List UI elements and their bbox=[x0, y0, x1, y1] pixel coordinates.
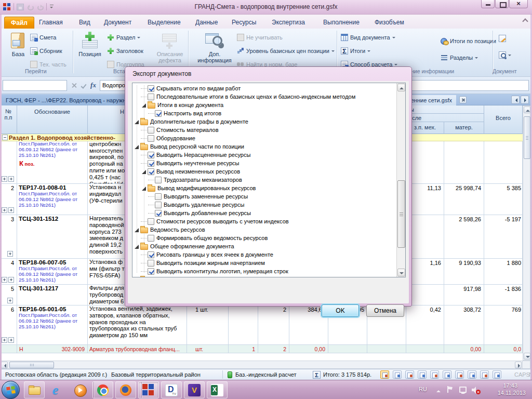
tree-checkbox-item[interactable]: Формировать общую ведомость ресурсов bbox=[132, 234, 396, 242]
tree-checkbox-item[interactable]: Скрывать итоги по видам работ bbox=[132, 84, 396, 92]
tab-Выполнение[interactable]: Выполнение bbox=[317, 17, 366, 29]
table-row[interactable]: 6ТЕР16-05-001-05Пост.Правит.Рост.обл. от… bbox=[0, 305, 523, 345]
tree-checkbox-item[interactable]: Оборудование bbox=[132, 134, 396, 142]
redo-icon[interactable] bbox=[36, 4, 44, 10]
taskbar-dtv-app-button[interactable] bbox=[161, 381, 182, 398]
view-6-icon[interactable] bbox=[443, 370, 451, 379]
scroll-up-icon[interactable] bbox=[524, 107, 530, 113]
scroll-down-icon[interactable] bbox=[397, 269, 405, 276]
tab-Документ[interactable]: Документ bbox=[98, 17, 138, 29]
scroll-left-icon[interactable] bbox=[1, 362, 8, 368]
tree-checkbox-item[interactable]: Выводить замененные ресурсы bbox=[132, 192, 396, 201]
view-1-icon[interactable] bbox=[380, 370, 389, 379]
tree-expander-icon[interactable] bbox=[134, 227, 140, 233]
tree-checkbox-item[interactable]: Рисовать границы у всех ячеек в документ… bbox=[132, 250, 396, 259]
close-button[interactable] bbox=[509, 0, 528, 8]
tab-Экспертиза[interactable]: Экспертиза bbox=[265, 17, 311, 29]
vertical-scrollbar[interactable] bbox=[523, 105, 530, 361]
tree-checkbox-item[interactable]: Выводить неучтенные ресурсы bbox=[132, 159, 396, 167]
tab-Физобъем[interactable]: Физобъем bbox=[368, 17, 410, 29]
taskbar-vector-app-button[interactable] bbox=[184, 381, 205, 398]
maximize-button[interactable] bbox=[495, 0, 509, 8]
clock-date[interactable]: 14.11.2013 bbox=[498, 390, 526, 396]
tab-Главная[interactable]: Главная bbox=[33, 17, 69, 29]
taskbar-excel-button[interactable] bbox=[207, 381, 228, 398]
taskbar-chrome-button[interactable] bbox=[92, 381, 113, 398]
scroll-down-icon[interactable] bbox=[524, 353, 530, 360]
tray-expand-icon[interactable] bbox=[436, 388, 441, 392]
collapse-section-icon[interactable] bbox=[2, 135, 8, 140]
cancel-button[interactable]: Отмена bbox=[366, 304, 404, 317]
confirm-icon[interactable] bbox=[79, 81, 88, 90]
scroll-right-icon[interactable] bbox=[515, 362, 522, 368]
view-5-icon[interactable] bbox=[430, 370, 439, 379]
horizontal-scrollbar[interactable] bbox=[0, 361, 523, 369]
checkbox-checked[interactable] bbox=[148, 160, 154, 167]
expand-resources-icon[interactable] bbox=[2, 337, 7, 343]
undo-icon[interactable] bbox=[26, 4, 34, 10]
resource-row[interactable]: Н302-9009Арматура трубопроводная фланц..… bbox=[0, 345, 523, 353]
tree-expander-icon[interactable] bbox=[134, 143, 140, 150]
tree-folder-item[interactable]: Ведомость ресурсов bbox=[132, 225, 396, 234]
checkbox-unchecked[interactable] bbox=[148, 135, 154, 142]
clock-time[interactable]: 17:43 bbox=[503, 382, 517, 389]
tree-folder-item[interactable]: Вывод модифицированных ресурсов bbox=[132, 184, 396, 192]
expand-resources-icon[interactable] bbox=[7, 251, 13, 257]
tree-folder-item[interactable]: Итоги в конце документа bbox=[132, 101, 396, 109]
tree-checkbox-item[interactable]: Стоимость материалов bbox=[132, 126, 396, 134]
tree-checkbox-item[interactable]: Стоимости ресурсов выводить с учетом инд… bbox=[132, 217, 396, 225]
tree-expander-icon[interactable] bbox=[141, 102, 148, 109]
checkbox-checked[interactable] bbox=[155, 110, 162, 117]
tree-folder-item[interactable]: Дополнительные графы в документе bbox=[132, 117, 396, 126]
smeta-button[interactable]: Смета bbox=[30, 32, 56, 43]
checkbox-unchecked[interactable] bbox=[148, 218, 154, 225]
ok-button[interactable]: OK bbox=[322, 304, 359, 317]
taskbar-firefox-button[interactable] bbox=[115, 381, 136, 398]
checkbox-checked[interactable] bbox=[148, 168, 154, 175]
tab-scroll-right-icon[interactable] bbox=[521, 96, 529, 104]
tree-checkbox-item[interactable]: Последовательные итоги в базисных ценах … bbox=[132, 92, 396, 101]
expand-resources-icon[interactable] bbox=[2, 176, 7, 182]
tree-expander-icon[interactable] bbox=[134, 243, 140, 250]
checkbox-checked[interactable] bbox=[148, 268, 154, 275]
expand-details-icon[interactable] bbox=[8, 337, 14, 343]
expand-details-icon[interactable] bbox=[8, 207, 14, 213]
razdel-button[interactable]: Раздел bbox=[107, 32, 140, 43]
view-4-icon[interactable] bbox=[418, 370, 427, 379]
taskbar-internet-explorer-button[interactable] bbox=[47, 381, 68, 398]
network-icon[interactable] bbox=[459, 387, 467, 393]
checkbox-unchecked[interactable] bbox=[148, 260, 154, 267]
tree-checkbox-item[interactable]: Выводить Нерасцененные ресурсы bbox=[132, 151, 396, 159]
language-indicator[interactable]: RU bbox=[419, 386, 427, 392]
tab-Данные[interactable]: Данные bbox=[189, 17, 224, 29]
scroll-up-icon[interactable] bbox=[397, 84, 405, 91]
expand-resources-icon[interactable] bbox=[2, 207, 7, 213]
expand-details-icon[interactable] bbox=[8, 277, 14, 283]
close-tab-icon[interactable] bbox=[459, 96, 467, 103]
volume-muted-icon[interactable]: × bbox=[472, 387, 480, 393]
checkbox-checked[interactable] bbox=[148, 251, 154, 258]
doc-action-button-2[interactable] bbox=[499, 49, 511, 61]
tree-expander-icon[interactable] bbox=[141, 168, 148, 175]
view-3-icon[interactable] bbox=[405, 370, 414, 379]
tree-checkbox-item[interactable]: Выводить добавленные ресурсы bbox=[132, 209, 396, 217]
qat-dropdown-icon[interactable] bbox=[49, 5, 54, 9]
tree-folder-item[interactable]: Общее оформление документа bbox=[132, 242, 396, 250]
view-2-icon[interactable] bbox=[393, 370, 402, 379]
tab-Выделение[interactable]: Выделение bbox=[141, 17, 187, 29]
checkbox-checked[interactable] bbox=[148, 85, 154, 92]
tree-folder-item[interactable] bbox=[132, 275, 396, 277]
sections-button[interactable]: Разделы bbox=[441, 52, 478, 63]
dialog-scrollbar[interactable] bbox=[396, 83, 405, 277]
horizontal-scroll-thumb[interactable] bbox=[9, 362, 54, 368]
tree-checkbox-item[interactable]: Выводить позиции жирным начертанием bbox=[132, 259, 396, 267]
ne-uchityvat-button[interactable]: Не учитывать bbox=[237, 32, 283, 43]
checkbox-unchecked[interactable] bbox=[155, 177, 162, 183]
tab-Файл[interactable]: Файл bbox=[4, 17, 34, 29]
checkbox-unchecked[interactable] bbox=[155, 193, 162, 200]
taskbar-explorer-button[interactable] bbox=[24, 381, 45, 398]
cell-reference-input[interactable] bbox=[3, 80, 67, 91]
view-10-icon[interactable] bbox=[493, 370, 501, 379]
view-8-icon[interactable] bbox=[468, 370, 476, 379]
base-button[interactable]: База bbox=[3, 31, 33, 73]
